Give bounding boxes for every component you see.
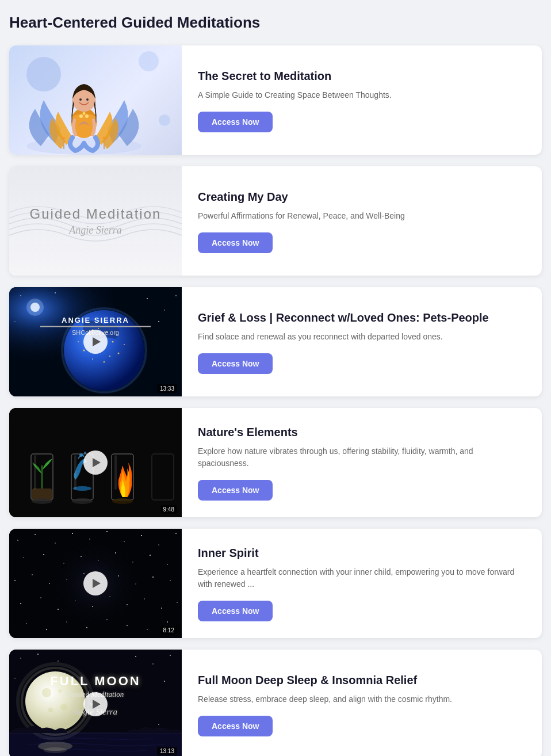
card-natures-elements: 9:48 Nature's Elements Explore how natur… (9, 408, 542, 517)
thumbnail-inner-spirit: 8:12 (9, 529, 182, 638)
svg-point-35 (92, 358, 93, 360)
svg-point-11 (103, 137, 105, 139)
card-secret-meditation: The Secret to Meditation A Simple Guide … (9, 45, 542, 155)
svg-rect-52 (34, 455, 36, 490)
access-now-button-6[interactable]: Access Now (198, 716, 273, 736)
full-moon-title: FULL MOON (50, 674, 140, 688)
svg-point-86 (170, 580, 171, 581)
play-button-spirit[interactable] (83, 571, 108, 595)
svg-point-87 (20, 603, 21, 604)
svg-point-58 (17, 540, 18, 541)
svg-point-6 (85, 114, 89, 118)
svg-point-9 (63, 137, 65, 139)
card-grief-loss: ANGIE SIERRA SHCollective.org 13:33 Grie… (9, 287, 542, 396)
duration-moon: 13:13 (157, 747, 177, 755)
card-title-secret-meditation: The Secret to Meditation (198, 68, 526, 83)
svg-point-64 (124, 541, 125, 542)
card-title-full-moon: Full Moon Deep Sleep & Insomnia Relief (198, 673, 526, 688)
play-icon-spirit (93, 579, 101, 588)
duration-nature: 9:48 (160, 505, 177, 514)
card-content-creating-my-day: Creating My Day Powerful Affirmations fo… (182, 166, 542, 276)
card-title-grief-loss: Grief & Loss | Reconnect w/Loved Ones: P… (198, 310, 526, 325)
svg-point-5 (79, 114, 83, 118)
svg-point-95 (161, 608, 162, 609)
thumbnail-creating-my-day: Guided Meditation Angie Sierra (9, 166, 182, 276)
svg-point-67 (175, 533, 177, 534)
svg-point-33 (109, 356, 110, 357)
duration-spirit: 8:12 (160, 626, 177, 635)
play-button-moon[interactable] (83, 692, 108, 716)
card-desc-natures-elements: Explore how nature vibrates through us, … (198, 445, 526, 469)
svg-point-36 (83, 350, 85, 352)
card-content-grief-loss: Grief & Loss | Reconnect w/Loved Ones: P… (182, 287, 542, 396)
card-creating-my-day: Guided Meditation Angie Sierra Creating … (9, 166, 542, 276)
svg-point-99 (66, 621, 67, 622)
svg-point-102 (127, 625, 128, 626)
svg-point-32 (118, 353, 120, 354)
svg-point-38 (124, 344, 125, 345)
svg-point-94 (144, 598, 144, 599)
card-desc-creating-my-day: Powerful Affirmations for Renewal, Peace… (198, 210, 526, 222)
access-now-button-4[interactable]: Access Now (198, 480, 273, 501)
play-icon-grief (93, 337, 101, 346)
thumbnail-natures-elements: 9:48 (9, 408, 182, 517)
svg-point-97 (26, 623, 27, 624)
card-content-full-moon: Full Moon Deep Sleep & Insomnia Relief R… (182, 650, 542, 756)
card-desc-secret-meditation: A Simple Guide to Creating Space Between… (198, 89, 526, 101)
card-desc-full-moon: Release stress, embrace deep sleep, and … (198, 693, 526, 705)
svg-point-37 (78, 341, 79, 342)
svg-point-103 (147, 629, 147, 629)
svg-point-65 (141, 535, 142, 536)
access-now-button-3[interactable]: Access Now (198, 353, 273, 374)
svg-point-3 (79, 98, 82, 101)
access-now-button-2[interactable]: Access Now (198, 232, 273, 253)
svg-point-23 (26, 299, 44, 316)
thumbnail-full-moon: FULL MOON Guided Meditation with Angie S… (9, 650, 182, 756)
svg-point-55 (112, 498, 133, 504)
channel-name: ANGIE SIERRA (26, 315, 164, 324)
card-content-inner-spirit: Inner Spirit Experience a heartfelt conn… (182, 529, 542, 638)
svg-point-47 (84, 452, 86, 454)
duration-grief: 13:33 (157, 384, 177, 393)
svg-point-61 (72, 533, 73, 534)
svg-point-46 (79, 453, 83, 457)
svg-point-4 (86, 98, 89, 101)
svg-point-53 (32, 498, 52, 504)
svg-point-75 (150, 555, 151, 556)
page-title: Heart-Centered Guided Meditations (9, 14, 542, 32)
svg-point-69 (43, 554, 44, 555)
card-title-creating-my-day: Creating My Day (198, 189, 526, 204)
svg-point-96 (177, 602, 178, 603)
card-desc-grief-loss: Find solace and renewal as you reconnect… (198, 331, 526, 343)
card-desc-inner-spirit: Experience a heartfelt connection with y… (198, 566, 526, 590)
svg-point-104 (167, 621, 168, 623)
svg-point-88 (40, 597, 41, 598)
deco-circle-tiny (159, 114, 170, 126)
card-content-natures-elements: Nature's Elements Explore how nature vib… (182, 408, 542, 517)
svg-point-68 (23, 557, 24, 558)
svg-point-59 (35, 534, 36, 535)
guided-meditation-text: Guided Meditation (30, 206, 162, 222)
play-icon-nature (93, 458, 101, 467)
access-now-button-5[interactable]: Access Now (198, 601, 273, 621)
svg-point-77 (14, 580, 16, 581)
thumbnail-secret-meditation (9, 45, 182, 155)
card-inner-spirit: 8:12 Inner Spirit Experience a heartfelt… (9, 529, 542, 638)
svg-point-30 (112, 341, 114, 343)
svg-point-34 (104, 361, 105, 363)
card-title-inner-spirit: Inner Spirit (198, 545, 526, 560)
svg-point-76 (167, 564, 168, 565)
guided-author-text: Angie Sierra (30, 224, 162, 236)
thumbnail-grief-loss: ANGIE SIERRA SHCollective.org 13:33 (9, 287, 182, 396)
access-now-button-1[interactable]: Access Now (198, 112, 273, 132)
svg-point-60 (55, 543, 55, 543)
svg-rect-50 (114, 455, 117, 490)
play-icon-moon (93, 700, 101, 709)
svg-point-7 (83, 112, 86, 115)
play-button-grief[interactable] (83, 330, 108, 354)
svg-point-78 (32, 574, 33, 575)
meditation-illustration (9, 54, 159, 155)
play-button-nature[interactable] (83, 450, 108, 475)
svg-point-98 (46, 629, 47, 630)
svg-point-66 (158, 544, 159, 545)
